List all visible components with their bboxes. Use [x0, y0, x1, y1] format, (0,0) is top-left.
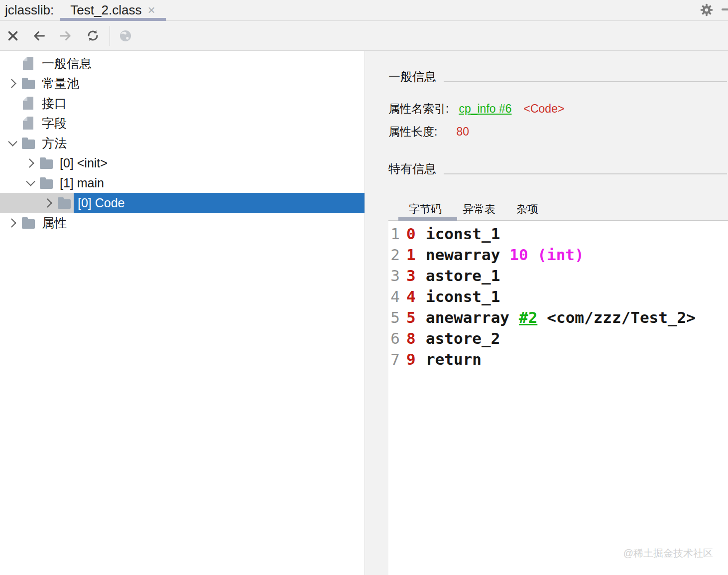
tree-item[interactable]: [0] <init> — [0, 153, 364, 173]
bytecode-offset: 1 — [406, 244, 416, 265]
section-title: 特有信息 — [388, 161, 436, 177]
close-icon — [6, 29, 19, 42]
tree-item-label-area: [0] Code — [74, 193, 364, 213]
bytecode-offset: 9 — [406, 349, 416, 370]
tree-item-label: 属性 — [42, 215, 67, 231]
tree-item[interactable]: 一般信息 — [0, 53, 364, 73]
tab-title: Test_2.class — [70, 2, 141, 18]
chevron-down-icon[interactable] — [5, 133, 20, 153]
attribute-length-row: 属性长度: 80 — [388, 124, 469, 140]
bytecode-line: 55anewarray#2<com/zzz/Test_2> — [390, 307, 728, 328]
tree-item-label: 接口 — [42, 95, 67, 112]
bytecode-line: 68astore_2 — [390, 328, 728, 349]
tree-item-label-area: 接口 — [38, 93, 364, 113]
line-number: 6 — [390, 328, 400, 349]
folder-icon — [40, 177, 53, 189]
folder-icon — [58, 197, 71, 209]
tree-item[interactable]: [0] Code — [0, 193, 364, 213]
tab-misc[interactable]: 杂项 — [506, 200, 549, 218]
tree-item[interactable]: 方法 — [0, 133, 364, 153]
opcode: astore_2 — [426, 329, 500, 347]
bytecode-view: @稀土掘金技术社区 10iconst_121newarray10 (int)33… — [388, 221, 728, 575]
chevron-right-icon[interactable] — [41, 193, 56, 213]
main-split: 一般信息常量池接口字段方法[0] <init>[1] main[0] Code属… — [0, 51, 728, 575]
field-label: 属性名索引: — [388, 101, 449, 117]
section-divider — [444, 173, 727, 174]
tree-item-label-area: 一般信息 — [38, 53, 364, 73]
opcode: iconst_1 — [426, 288, 500, 305]
specific-info-section-header: 特有信息 — [388, 161, 727, 177]
watermark: @稀土掘金技术社区 — [623, 543, 713, 564]
document-icon — [22, 117, 35, 130]
reload-button[interactable] — [85, 28, 101, 44]
gear-icon — [700, 3, 714, 17]
tree-item[interactable]: 接口 — [0, 93, 364, 113]
chevron-down-icon[interactable] — [23, 173, 38, 193]
constant-pool-link[interactable]: #2 — [519, 308, 537, 326]
tab-test2-class[interactable]: Test_2.class × — [60, 0, 166, 20]
detail-tabs: 字节码 异常表 杂项 — [388, 200, 728, 218]
settings-button[interactable] — [699, 2, 714, 18]
tab-strip: jclasslib: Test_2.class × — [0, 0, 728, 21]
tree-item-label-area: [0] <init> — [56, 153, 364, 173]
folder-icon — [22, 217, 35, 229]
section-title: 一般信息 — [388, 69, 436, 85]
tree-item-label: [1] main — [60, 176, 104, 190]
tree-item[interactable]: 常量池 — [0, 73, 364, 93]
opcode: iconst_1 — [426, 225, 500, 243]
class-structure-tree: 一般信息常量池接口字段方法[0] <init>[1] main[0] Code属… — [0, 51, 365, 575]
bytecode-line: 79return — [390, 349, 728, 370]
detail-panel: 一般信息 属性名索引: cp_info #6 <Code> 属性长度: 80 特… — [365, 51, 728, 575]
opcode: anewarray — [426, 308, 509, 326]
bytecode-line: 44iconst_1 — [390, 286, 728, 307]
line-number: 4 — [390, 286, 400, 307]
tree-item[interactable]: 字段 — [0, 113, 364, 133]
back-button[interactable] — [31, 28, 47, 44]
opcode: astore_1 — [426, 267, 500, 285]
chevron-right-icon[interactable] — [5, 73, 20, 93]
bytecode-offset: 5 — [406, 307, 416, 328]
folder-icon — [40, 157, 53, 169]
tree-item[interactable]: [1] main — [0, 173, 364, 193]
operand-value: 10 (int) — [509, 246, 584, 264]
line-number: 7 — [390, 349, 400, 370]
operand-value: <com/zzz/Test_2> — [547, 308, 696, 326]
close-button[interactable] — [5, 28, 21, 44]
web-globe-icon — [119, 29, 132, 43]
jclasslib-window: jclasslib: Test_2.class × — [0, 0, 728, 575]
bytecode-offset: 8 — [406, 328, 416, 349]
toolbar — [0, 21, 728, 51]
tree-item-label-area: 字段 — [38, 113, 364, 133]
tree-item-label: 方法 — [42, 135, 67, 151]
chevron-right-icon[interactable] — [23, 153, 38, 173]
constant-pool-link[interactable]: cp_info #6 — [459, 102, 511, 116]
forward-button[interactable] — [58, 28, 74, 44]
opcode: newarray — [426, 246, 500, 264]
tree-item-label-area: 常量池 — [38, 73, 364, 93]
tab-bytecode[interactable]: 字节码 — [398, 200, 452, 218]
bytecode-line: 33astore_1 — [390, 265, 728, 286]
tree-item-label: 常量池 — [42, 75, 79, 92]
forward-arrow-icon — [59, 29, 73, 43]
active-tab-indicator — [60, 18, 166, 21]
tab-exception-table[interactable]: 异常表 — [452, 200, 506, 218]
truncated-toolbar-icon[interactable] — [722, 8, 728, 10]
folder-icon — [22, 78, 35, 89]
resolved-constant-text: <Code> — [524, 102, 565, 116]
bytecode-line: 21newarray10 (int) — [390, 244, 728, 265]
refresh-icon — [86, 29, 100, 42]
line-number: 5 — [390, 307, 400, 328]
tree-item[interactable]: 属性 — [0, 213, 364, 233]
bytecode-offset: 3 — [406, 265, 416, 286]
document-icon — [22, 97, 35, 110]
tab-close-icon[interactable]: × — [147, 3, 155, 16]
tree-item-label: 一般信息 — [42, 55, 92, 72]
chevron-right-icon[interactable] — [5, 213, 20, 233]
tree-item-label-area: 属性 — [38, 213, 364, 233]
line-number: 2 — [390, 244, 400, 265]
active-detail-tab-indicator — [398, 217, 457, 221]
web-button[interactable] — [118, 28, 133, 44]
chevron-placeholder — [5, 93, 20, 113]
general-info-section-header: 一般信息 — [388, 69, 727, 85]
field-label: 属性长度: — [388, 124, 437, 140]
